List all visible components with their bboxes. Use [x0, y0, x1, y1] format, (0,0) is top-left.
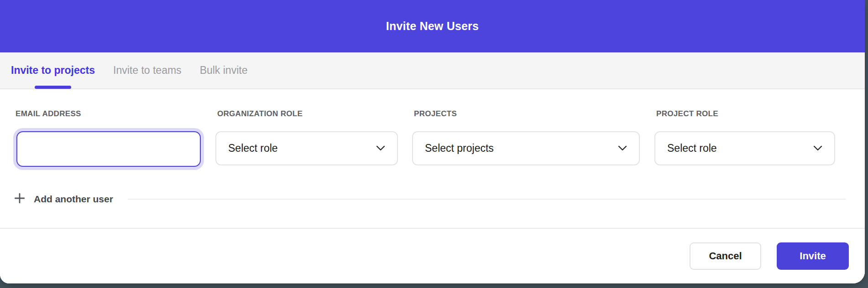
projects-field: PROJECTS Select projects [412, 109, 640, 165]
chevron-down-icon [813, 144, 822, 153]
invite-button[interactable]: Invite [777, 242, 849, 270]
chevron-down-icon [376, 144, 385, 153]
add-another-user-button[interactable]: Add another user [14, 192, 113, 206]
select-value: Select role [667, 142, 717, 154]
tab-bar: Invite to projects Invite to teams Bulk … [0, 52, 865, 89]
tab-label: Invite to teams [113, 64, 182, 77]
project-role-label: PROJECT ROLE [654, 109, 835, 118]
tab-label: Invite to projects [11, 64, 95, 77]
email-address-field: EMAIL ADDRESS [14, 109, 204, 167]
select-value: Select role [228, 142, 278, 154]
modal-title: Invite New Users [386, 20, 479, 33]
tab-bulk-invite[interactable]: Bulk invite [200, 52, 248, 88]
active-tab-underline [35, 86, 71, 89]
organization-role-field: ORGANIZATION ROLE Select role [215, 109, 398, 165]
organization-role-select[interactable]: Select role [215, 131, 398, 165]
tab-invite-to-projects[interactable]: Invite to projects [11, 52, 95, 88]
tab-label: Bulk invite [200, 64, 248, 77]
invite-user-row: EMAIL ADDRESS ORGANIZATION ROLE Select r… [14, 109, 865, 167]
modal-footer: Cancel Invite [0, 228, 865, 283]
chevron-down-icon [618, 144, 627, 153]
email-address-label: EMAIL ADDRESS [14, 109, 204, 118]
row-divider-line [128, 199, 846, 200]
project-role-field: PROJECT ROLE Select role [654, 109, 835, 165]
plus-icon [14, 192, 26, 206]
projects-select[interactable]: Select projects [412, 131, 640, 165]
select-value: Select projects [425, 142, 494, 154]
tab-invite-to-teams[interactable]: Invite to teams [113, 52, 182, 88]
add-another-user-label: Add another user [34, 194, 113, 205]
project-role-select[interactable]: Select role [654, 131, 835, 165]
modal-content: EMAIL ADDRESS ORGANIZATION ROLE Select r… [0, 89, 865, 228]
cancel-button[interactable]: Cancel [690, 242, 761, 270]
organization-role-label: ORGANIZATION ROLE [215, 109, 398, 118]
modal-header: Invite New Users [0, 0, 865, 52]
invite-new-users-modal: Invite New Users Invite to projects Invi… [0, 0, 865, 283]
projects-label: PROJECTS [412, 109, 640, 118]
email-input[interactable] [16, 131, 201, 167]
add-user-row: Add another user [14, 192, 865, 206]
